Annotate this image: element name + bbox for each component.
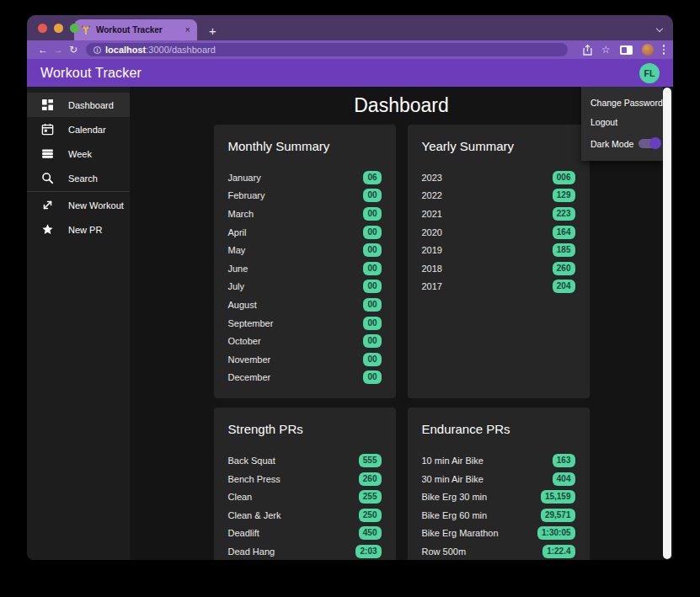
row-label: November (228, 354, 271, 365)
user-avatar[interactable]: FL (639, 63, 660, 83)
row-label: Bench Press (228, 474, 281, 484)
tab-close-icon[interactable]: × (185, 25, 190, 35)
row-label: Bike Erg 60 min (422, 510, 488, 520)
row-label: Clean (228, 492, 253, 502)
site-info-icon[interactable]: i (94, 46, 101, 54)
week-icon (41, 147, 54, 160)
row-label: Dead Hang (228, 546, 275, 557)
count-badge: 185 (553, 243, 575, 257)
row-label: March (228, 209, 254, 219)
row-label: February (228, 190, 265, 200)
count-badge: 15,159 (541, 490, 575, 504)
url-text: localhost:3000/dashboard (105, 45, 216, 55)
card-monthly-summary: Monthly Summary January06 February00 Mar… (214, 125, 396, 398)
count-badge: 00 (363, 334, 381, 348)
count-badge: 00 (363, 207, 381, 221)
pr-row: Deadlift450 (228, 525, 382, 543)
pr-row: Clean255 (228, 488, 382, 506)
dark-mode-toggle[interactable] (639, 139, 660, 148)
dashboard-icon (41, 99, 54, 111)
back-icon[interactable]: ← (35, 44, 51, 56)
address-bar[interactable]: i localhost:3000/dashboard (86, 43, 568, 56)
close-window-button[interactable] (38, 24, 47, 33)
browser-menu-icon[interactable] (663, 45, 665, 55)
count-badge: 00 (363, 189, 381, 202)
summary-row: 2019185 (422, 241, 575, 259)
sidebar-item-new-workout[interactable]: New Workout (27, 193, 130, 217)
count-badge: 00 (363, 317, 381, 330)
summary-row: January06 (228, 168, 382, 187)
row-label: Clean & Jerk (228, 510, 281, 520)
row-label: 2023 (422, 173, 442, 183)
menu-item-dark-mode: Dark Mode (581, 134, 663, 153)
summary-row: March00 (228, 205, 382, 223)
calendar-icon (41, 123, 54, 136)
browser-toolbar: ← → ↻ i localhost:3000/dashboard ☆ (27, 40, 673, 59)
tab-search-chevron-icon[interactable] (656, 25, 663, 32)
toolbar-actions: ☆ (583, 40, 665, 59)
row-label: Deadlift (228, 528, 259, 538)
reload-icon[interactable]: ↻ (66, 44, 81, 56)
pr-row: Row 500m1:22.4 (422, 542, 575, 560)
row-label: Row 500m (422, 546, 467, 557)
user-dropdown-menu: Change Password Logout Dark Mode (581, 87, 663, 161)
window-controls (38, 24, 79, 33)
count-badge: 006 (553, 171, 575, 184)
summary-row: 2017204 (422, 278, 575, 296)
row-label: 10 min Air Bike (422, 456, 484, 466)
page-scrollbar[interactable] (663, 88, 671, 559)
pr-row: Bench Press260 (228, 470, 382, 488)
toggle-thumb-icon (649, 137, 661, 149)
pr-row: Bike Erg Marathon1:30:05 (422, 525, 575, 543)
row-label: June (228, 264, 248, 274)
row-label: 2022 (422, 190, 442, 200)
sidebar-item-label: Week (68, 149, 92, 159)
tab-title: Workout Tracker (96, 25, 180, 35)
count-badge: 00 (363, 353, 381, 366)
summary-row: August00 (228, 296, 382, 314)
side-panel-icon[interactable] (620, 45, 633, 55)
sidebar-item-search[interactable]: Search (27, 166, 130, 190)
browser-window: Workout Tracker × + ← → ↻ i localhost:30… (27, 15, 673, 560)
bookmark-star-icon[interactable]: ☆ (601, 45, 611, 55)
count-badge: 1:22.4 (542, 545, 574, 558)
sidebar-item-week[interactable]: Week (27, 141, 130, 166)
share-icon[interactable] (583, 45, 592, 56)
count-badge: 00 (363, 243, 381, 257)
tab-favicon-icon (81, 25, 91, 35)
new-tab-button[interactable]: + (209, 24, 216, 37)
pr-row: Bike Erg 30 min15,159 (422, 488, 575, 506)
sidebar-item-dashboard[interactable]: Dashboard (27, 93, 130, 117)
browser-profile-avatar[interactable] (642, 44, 654, 56)
dark-mode-label: Dark Mode (590, 139, 633, 149)
count-badge: 163 (553, 454, 575, 467)
maximize-window-button[interactable] (70, 24, 79, 33)
summary-row: October00 (228, 332, 382, 350)
forward-icon[interactable]: → (51, 44, 66, 56)
pr-row: Dead Hang2:03 (228, 542, 382, 560)
count-badge: 00 (363, 280, 381, 293)
sidebar-item-calendar[interactable]: Calendar (27, 117, 130, 141)
count-badge: 00 (363, 226, 381, 239)
sidebar: Dashboard Calendar Week Search New Worko… (27, 87, 130, 560)
search-icon (41, 172, 54, 184)
menu-item-change-password[interactable]: Change Password (581, 93, 663, 112)
content-area: Dashboard Calendar Week Search New Worko… (27, 87, 673, 560)
count-badge: 404 (553, 472, 575, 486)
sidebar-item-label: Search (68, 173, 98, 184)
count-badge: 00 (363, 298, 381, 312)
count-badge: 1:30:05 (537, 526, 574, 540)
sidebar-item-new-pr[interactable]: New PR (27, 217, 130, 242)
card-title: Endurance PRs (422, 422, 575, 436)
minimize-window-button[interactable] (54, 24, 63, 33)
summary-row: 2021223 (422, 205, 575, 223)
sidebar-item-label: New PR (68, 225, 102, 235)
cards-grid: Monthly Summary January06 February00 Mar… (214, 125, 590, 560)
menu-item-logout[interactable]: Logout (581, 112, 663, 131)
url-path: :3000/dashboard (146, 45, 216, 55)
browser-tab[interactable]: Workout Tracker × (74, 19, 197, 40)
pr-row: Bike Erg 60 min29,571 (422, 506, 575, 525)
star-icon (41, 223, 54, 236)
app-header: Workout Tracker FL (27, 59, 673, 87)
row-label: August (228, 300, 257, 310)
